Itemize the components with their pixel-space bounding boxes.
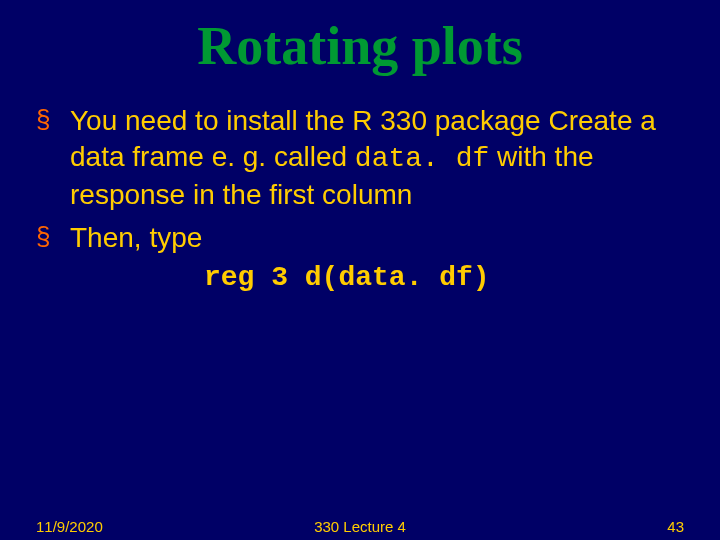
footer-page-number: 43 [667, 518, 684, 535]
bullet-text: Then, type [70, 222, 202, 253]
slide: Rotating plots You need to install the R… [0, 0, 720, 540]
bullet-list: You need to install the R 330 package Cr… [36, 103, 684, 257]
list-item: You need to install the R 330 package Cr… [36, 103, 684, 214]
code-block: reg 3 d(data. df) [204, 262, 684, 293]
inline-code: data. df [355, 143, 489, 174]
slide-title: Rotating plots [36, 18, 684, 75]
footer-center: 330 Lecture 4 [36, 518, 684, 535]
list-item: Then, type [36, 220, 684, 256]
